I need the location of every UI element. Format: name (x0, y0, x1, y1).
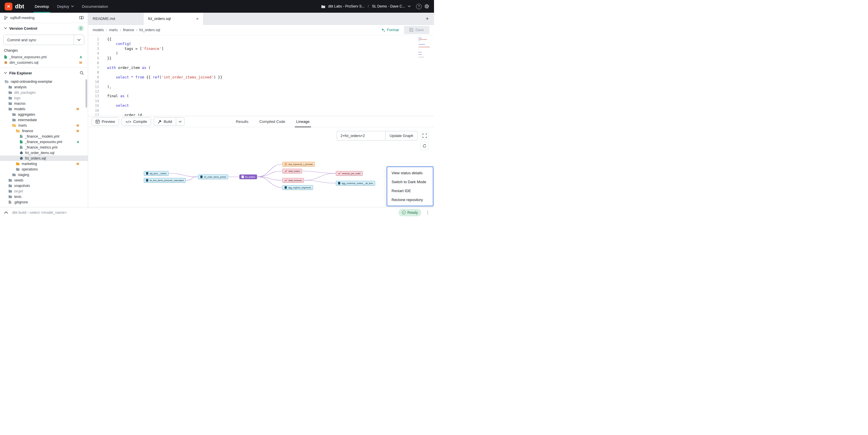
check-icon: ✓ (402, 210, 406, 214)
lineage-selector-input[interactable] (337, 131, 385, 140)
line-number: 1 (88, 37, 103, 41)
preview-button[interactable]: Preview (92, 118, 119, 126)
tree-item-gitignore[interactable]: .gitignore (0, 199, 88, 205)
tree-item-analysis[interactable]: analysis (0, 84, 88, 90)
tree-item-finance-metrics-yml[interactable]: _finance_metrics.yml (0, 144, 88, 150)
folder-icon (8, 91, 12, 94)
lineage-node-stg-tpch-orders[interactable]: stg_tpch__orders (144, 171, 168, 176)
file-explorer-header[interactable]: File Explorer (0, 68, 88, 78)
menu-item-view-status-details[interactable]: View status details (387, 168, 433, 177)
lineage-node-total-orders[interactable]: total_orders (282, 169, 302, 173)
tree-item-finance-models-yml[interactable]: _finance__models.yml (0, 134, 88, 139)
expand-panel-chevron-icon[interactable] (4, 211, 8, 214)
code-line: order_id, (107, 113, 434, 116)
tree-item-dbt-packages[interactable]: dbt_packages (0, 90, 88, 95)
breadcrumb-item-finance[interactable]: finance (123, 28, 134, 32)
tree-item-staging[interactable]: staging (0, 172, 88, 177)
tree-item-seeds[interactable]: seeds (0, 177, 88, 183)
change-item-dim-customers-sql[interactable]: dim_customers.sqlM (0, 60, 88, 65)
new-tab-button[interactable]: + (426, 15, 429, 22)
breadcrumb-item-fct-orders-sql[interactable]: fct_orders.sql (139, 28, 160, 32)
version-control-header[interactable]: Version Control 2 (0, 23, 88, 33)
tree-item-target[interactable]: target (0, 188, 88, 194)
editor-tab-fct-orders-sql[interactable]: fct_orders.sql× (144, 13, 204, 25)
line-number: 11 (88, 85, 103, 89)
tree-item-aggregates[interactable]: aggregates (0, 112, 88, 117)
folder-open-icon (5, 80, 9, 83)
help-icon[interactable]: ? (416, 4, 422, 9)
panel-tab-lineage[interactable]: Lineage (291, 116, 315, 127)
account-name[interactable]: dbt Labs - ProServ S... (328, 4, 364, 8)
bottom-panel: Preview</>CompileBuild ResultsCompiled C… (88, 116, 434, 207)
tree-item-operations[interactable]: operations (0, 166, 88, 172)
fullscreen-button[interactable] (421, 132, 429, 140)
lineage-node-real-exposure-i-promise[interactable]: real_exposure_i_promise (282, 162, 315, 166)
tree-item-finance-exposures-yml[interactable]: _finance_exposures.ymlA (0, 139, 88, 144)
close-tab-icon[interactable]: × (196, 16, 199, 21)
menu-item-restart-ide[interactable]: Restart IDE (387, 186, 433, 195)
overflow-menu-icon[interactable]: ⋮ (425, 210, 430, 215)
tree-item-snapshots[interactable]: snapshots (0, 183, 88, 188)
code-editor[interactable]: 1234567891011121314151617 {{ config( tag… (88, 35, 434, 116)
build-options-caret-icon[interactable] (176, 118, 185, 126)
minimap[interactable] (418, 37, 431, 58)
docs-book-icon[interactable] (79, 16, 84, 20)
tree-scrollbar[interactable] (86, 79, 87, 108)
nav-develop[interactable]: Develop (31, 0, 53, 13)
panel-tab-compiled-code[interactable]: Compiled Code (254, 116, 291, 127)
database-icon (241, 175, 244, 178)
tree-item-label: fct_order_items.sql (25, 151, 54, 155)
lineage-node-revenue-per-order[interactable]: revenue_per_order (336, 171, 363, 176)
line-number: 5 (88, 56, 103, 61)
lineage-node-agg-customer-orders-all-time[interactable]: agg_customer_orders__all_time (336, 181, 375, 186)
tree-item-logs[interactable]: logs (0, 95, 88, 101)
tree-item-finance[interactable]: financeM (0, 128, 88, 134)
tree-item-intermediate[interactable]: intermediate (0, 117, 88, 123)
chevron-down-icon (71, 5, 74, 7)
tree-item-rapid-onboarding-exemplar[interactable]: rapid-onboarding-exemplar (0, 79, 88, 84)
tree-item-macros[interactable]: macros (0, 101, 88, 106)
menu-item-switch-to-dark-mode[interactable]: Switch to Dark Mode (387, 177, 433, 186)
panel-tab-results[interactable]: Results (230, 116, 254, 127)
dbt-logo-icon[interactable]: ✕ (5, 3, 12, 10)
breadcrumb-item-marts[interactable]: marts (109, 28, 118, 32)
code-lines[interactable]: {{ config( tags = ['finance'] )}} with o… (103, 35, 434, 116)
breadcrumb-item-models[interactable]: models (93, 28, 104, 32)
tree-item-fct-orders-sql[interactable]: fct_orders.sql (0, 156, 88, 161)
tree-item-tests[interactable]: tests (0, 194, 88, 199)
change-item-finance-exposures-yml[interactable]: _finance_exposures.ymlA (0, 54, 88, 60)
search-icon[interactable] (80, 71, 84, 75)
project-name[interactable]: SL Demo - Dave C... (372, 4, 405, 8)
branch-name[interactable]: sqlfluff-meeting (10, 16, 35, 20)
nav-documentation[interactable]: Documentation (78, 0, 112, 13)
reset-view-button[interactable] (421, 142, 429, 150)
build-button[interactable]: Build (154, 118, 176, 126)
settings-gear-icon[interactable] (424, 4, 429, 9)
status-badge[interactable]: ✓ Ready (399, 209, 421, 216)
lineage-edge (186, 177, 198, 180)
update-graph-button[interactable]: Update Graph (385, 131, 417, 140)
tree-item-fct-order-items-sql[interactable]: fct_order_items.sql (0, 150, 88, 156)
code-line: with order_item as ( (107, 65, 434, 70)
lineage-node-int-order-items-joined[interactable]: int_order_items_joined (198, 174, 228, 179)
nav-deploy[interactable]: Deploy (53, 0, 78, 13)
command-input[interactable] (12, 210, 395, 214)
project-caret-icon[interactable] (408, 5, 411, 7)
tree-item-models[interactable]: modelsM (0, 106, 88, 112)
editor-tab-readme-md[interactable]: README.md (88, 13, 144, 25)
menu-item-reclone-repository[interactable]: Reclone repository (387, 195, 433, 204)
line-number: 17 (88, 113, 103, 116)
commit-options-caret-icon[interactable] (74, 35, 84, 45)
nav-label: Develop (35, 4, 49, 9)
tree-item-marts[interactable]: martsM (0, 123, 88, 128)
lineage-node-fct-orders[interactable]: fct_orders (239, 174, 257, 179)
lineage-node-total-revenue[interactable]: total_revenue (282, 178, 304, 182)
tree-item-marketing[interactable]: marketingM (0, 161, 88, 166)
commit-and-sync-button[interactable]: Commit and sync (3, 35, 84, 45)
lineage-canvas[interactable]: Update Graph View status detailsSwitch t… (88, 127, 434, 207)
format-button[interactable]: Format (381, 28, 399, 32)
lineage-node-int-line-items-amounts-calculated[interactable]: int_line_items_amounts_calculated (144, 178, 186, 182)
lineage-node-agg-regions-segments[interactable]: agg_regions_segments (282, 185, 313, 190)
save-button[interactable]: Save (404, 26, 429, 34)
compile-button[interactable]: </>Compile (122, 118, 151, 126)
